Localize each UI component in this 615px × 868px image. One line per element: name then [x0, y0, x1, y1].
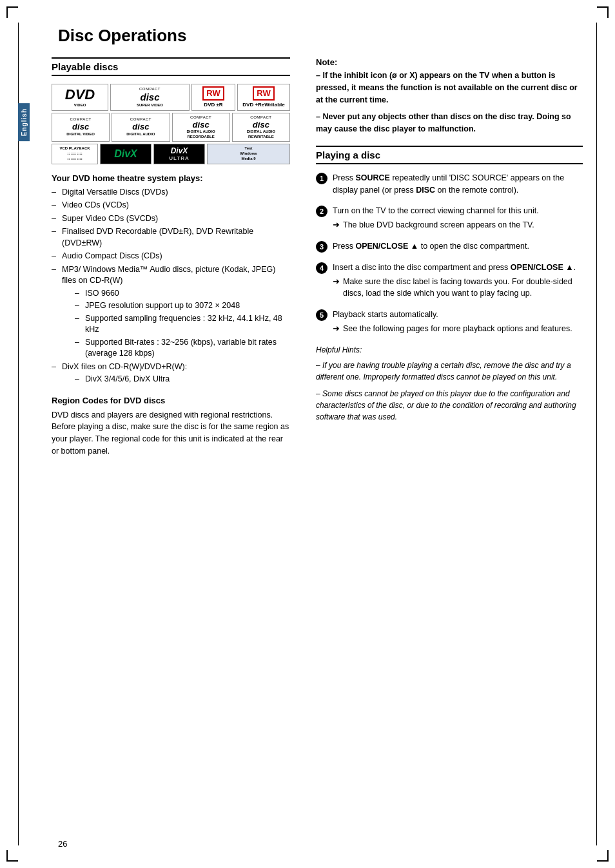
- step-5-sub: ➜ See the following pages for more playb…: [333, 323, 583, 335]
- sub-list-item: ISO 9660: [75, 288, 290, 300]
- vcd-text: VCD PLAYBACK :: :::: :::: :: :::: ::::: [59, 146, 90, 161]
- compact-darw-label: COMPACT: [250, 115, 271, 120]
- corner-tr: [597, 6, 609, 18]
- right-column: Note: – If the inhibit icon (ø or X) app…: [303, 57, 583, 458]
- list-item: Finalised DVD Recordable (DVD±R), DVD Re…: [52, 226, 290, 249]
- playing-disc-header: Playing a disc: [316, 146, 583, 164]
- step-1-content: Press SOURCE repeatedly until 'DISC SOUR…: [333, 172, 583, 197]
- two-column-layout: Playable discs DVD VIDEO COMPACT disc SU…: [52, 57, 583, 458]
- sub-list-item: DivX 3/4/5/6, DivX Ultra: [75, 374, 290, 385]
- arrow-icon-4: ➜: [333, 276, 340, 288]
- step-2-number: 2: [316, 206, 327, 217]
- dvd-video-label: VIDEO: [74, 103, 86, 108]
- plays-title: Your DVD home theatre system plays:: [52, 173, 290, 183]
- list-item: Digital Versatile Discs (DVDs): [52, 187, 290, 198]
- helpful-hint-1: – If you are having trouble playing a ce…: [316, 360, 583, 383]
- english-tab: English: [18, 103, 30, 141]
- disc-dar-wordmark: disc: [193, 120, 210, 130]
- step-3: 3 Press OPEN/CLOSE ▲ to open the disc co…: [316, 240, 583, 253]
- step-4-number: 4: [316, 262, 327, 274]
- region-codes-title: Region Codes for DVD discs: [52, 396, 290, 405]
- compact-dv-label: COMPACT: [70, 117, 92, 122]
- corner-tl: [6, 6, 18, 18]
- cd-digital-audio-recordable-logo: COMPACT disc DIGITAL AUDIO Recordable: [172, 113, 230, 142]
- note-box: Note: – If the inhibit icon (ø or X) app…: [316, 57, 583, 135]
- step-4: 4 Insert a disc into the disc compartmen…: [316, 262, 583, 300]
- cd-digital-audio-logo: COMPACT disc DIGITAL AUDIO: [112, 113, 170, 142]
- list-item: MP3/ Windows Media™ Audio discs, picture…: [52, 264, 290, 360]
- digital-video-label: DIGITAL VIDEO: [66, 132, 95, 137]
- sub-list-item: Supported sampling frequencies : 32 kHz,…: [75, 313, 290, 336]
- step-2: 2 Turn on the TV to the correct viewing …: [316, 205, 583, 231]
- content-area: Disc Operations Playable discs DVD VIDEO…: [52, 26, 583, 458]
- step-5-content: Playback starts automatically. ➜ See the…: [333, 309, 583, 335]
- step-4-content: Insert a disc into the disc compartment …: [333, 262, 583, 300]
- region-codes-text: DVD discs and players are designed with …: [52, 409, 290, 458]
- list-item: Audio Compact Discs (CDs): [52, 251, 290, 262]
- compact-da-label: COMPACT: [130, 117, 151, 122]
- divx-logo: DivX: [100, 144, 151, 164]
- disc-darw-wordmark: disc: [253, 120, 269, 130]
- arrow-icon: ➜: [333, 219, 340, 231]
- page-container: English 26 Disc Operations Playable disc…: [0, 0, 615, 868]
- playable-discs-header: Playable discs: [52, 57, 290, 76]
- divx-ultra-logo: DivX ULTRA: [153, 144, 205, 164]
- step-1: 1 Press SOURCE repeatedly until 'DISC SO…: [316, 172, 583, 197]
- step-2-content: Turn on the TV to the correct viewing ch…: [333, 205, 583, 231]
- step-2-sub: ➜ The blue DVD background screen appears…: [333, 219, 583, 231]
- logos-row-2: COMPACT disc DIGITAL VIDEO COMPACT disc …: [52, 113, 290, 142]
- digital-audio-recordable-label: DIGITAL AUDIO: [187, 130, 215, 134]
- sub-list-item: JPEG resolution support up to 3072 × 204…: [75, 300, 290, 312]
- sub-list: ISO 9660 JPEG resolution support up to 3…: [75, 288, 290, 360]
- cd-digital-video-logo: COMPACT disc DIGITAL VIDEO: [52, 113, 110, 142]
- divx-wordmark: DivX: [114, 148, 137, 160]
- page-title: Disc Operations: [58, 26, 583, 46]
- step-4-sub: ➜ Make sure the disc label is facing tow…: [333, 276, 583, 300]
- disc-dv-wordmark: disc: [72, 122, 89, 132]
- logos-row-1: DVD VIDEO COMPACT disc SUPER VIDEO RW DV…: [52, 84, 290, 111]
- helpful-hints: Helpful Hints: – If you are having troub…: [316, 344, 583, 423]
- rewritable-label: ReWritable: [248, 135, 274, 139]
- step-5-number: 5: [316, 309, 327, 321]
- digital-audio-rw-label: DIGITAL AUDIO: [247, 130, 275, 134]
- compact-label: COMPACT: [139, 87, 161, 92]
- disc-wordmark: disc: [140, 92, 159, 103]
- dvd-plusminus-r-label: DVD ±R: [204, 102, 222, 108]
- wm-text: TestWindowsMedia 9: [240, 146, 257, 161]
- windows-media-logo: TestWindowsMedia 9: [207, 144, 290, 164]
- corner-bl: [6, 850, 18, 862]
- digital-audio-label: DIGITAL AUDIO: [126, 132, 155, 137]
- dvd-rw-logo: RW DVD ±R: [191, 84, 235, 111]
- dvd-logo: DVD VIDEO: [52, 84, 108, 111]
- rw-rewritable-label: RW: [253, 86, 274, 101]
- vcd-logo: VCD PLAYBACK :: :::: :::: :: :::: ::::: [52, 144, 98, 164]
- rw-label: RW: [202, 86, 224, 101]
- list-item: DivX files on CD-R(W)/DVD+R(W): DivX 3/4…: [52, 362, 290, 385]
- super-video-label: SUPER VIDEO: [137, 103, 163, 108]
- ultra-label: ULTRA: [169, 155, 190, 162]
- step-3-number: 3: [316, 241, 327, 253]
- sub-list-item: Supported Bit-rates : 32~256 (kbps), var…: [75, 337, 290, 360]
- list-item: Video CDs (VCDs): [52, 200, 290, 211]
- cd-digital-audio-rewritable-logo: COMPACT disc DIGITAL AUDIO ReWritable: [232, 113, 290, 142]
- compact-disc-super-video-logo: COMPACT disc SUPER VIDEO: [110, 84, 190, 111]
- step-5: 5 Playback starts automatically. ➜ See t…: [316, 309, 583, 335]
- arrow-icon-5: ➜: [333, 323, 340, 335]
- compact-dar-label: COMPACT: [190, 115, 211, 120]
- helpful-hint-2: – Some discs cannot be played on this pl…: [316, 388, 583, 423]
- disc-da-wordmark: disc: [132, 122, 149, 132]
- step-3-content: Press OPEN/CLOSE ▲ to open the disc comp…: [333, 240, 583, 253]
- step-1-number: 1: [316, 173, 327, 184]
- dvd-rewritable-sub: DVD +ReWritable: [242, 102, 284, 108]
- dvd-rewritable-logo: RW DVD +ReWritable: [237, 84, 290, 111]
- list-item: Super Video CDs (SVCDs): [52, 213, 290, 225]
- divx-sub-list: DivX 3/4/5/6, DivX Ultra: [75, 374, 290, 385]
- page-number: 26: [58, 839, 67, 849]
- logos-row-3: VCD PLAYBACK :: :::: :::: :: :::: :::: D…: [52, 144, 290, 164]
- corner-br: [597, 850, 609, 862]
- note-label: Note:: [316, 57, 583, 67]
- note-text-1: – If the inhibit icon (ø or X) appears o…: [316, 70, 583, 106]
- side-line-left: [18, 23, 19, 845]
- helpful-hints-title: Helpful Hints:: [316, 344, 583, 356]
- note-text-2: – Never put any objects other than discs…: [316, 111, 583, 135]
